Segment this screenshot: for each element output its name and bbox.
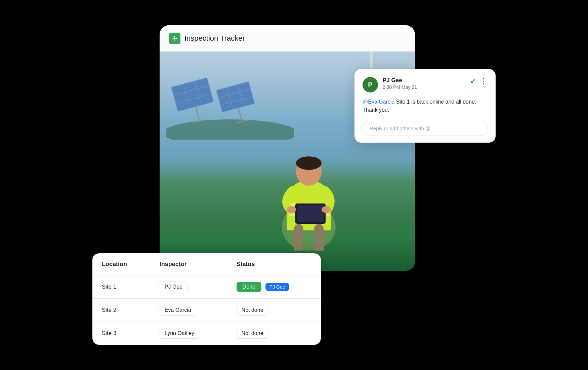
cell-inspector: Eva Garcia bbox=[150, 299, 227, 322]
cell-status: Not done bbox=[227, 299, 321, 322]
worker bbox=[255, 109, 363, 251]
table-row: Site 1 PJ Gee Done PJ Gee bbox=[92, 275, 321, 299]
col-inspector: Inspector bbox=[150, 253, 227, 275]
photo-card: Inspection Tracker bbox=[160, 25, 415, 271]
scene: Inspection Tracker bbox=[92, 25, 496, 345]
avatar-initial: P bbox=[368, 81, 372, 89]
mention: @Eva Garcia bbox=[363, 99, 394, 105]
chat-card: P PJ Gee 2:30 PM May 21 ✓ ⋮ @Eva Garcia … bbox=[354, 69, 496, 143]
svg-rect-10 bbox=[216, 81, 255, 112]
svg-rect-3 bbox=[171, 78, 214, 112]
chat-header: P PJ Gee 2:30 PM May 21 ✓ ⋮ bbox=[363, 77, 488, 92]
sheets-icon bbox=[169, 33, 180, 44]
more-icon[interactable]: ⋮ bbox=[480, 77, 488, 86]
pj-gee-badge: PJ Gee bbox=[265, 283, 289, 291]
cell-status: Done PJ Gee bbox=[227, 275, 321, 299]
cell-location: Site 1 bbox=[92, 275, 150, 299]
table-card: Location Inspector Status Site 1 PJ Gee … bbox=[92, 253, 321, 345]
svg-point-30 bbox=[322, 206, 331, 213]
chat-timestamp: 2:30 PM May 21 bbox=[383, 84, 465, 90]
svg-rect-1 bbox=[174, 36, 175, 40]
sender-avatar: P bbox=[363, 77, 378, 92]
cell-inspector: Lynn Oakley bbox=[150, 322, 227, 345]
inspector-chip: Eva Garcia bbox=[160, 305, 196, 316]
sender-name: PJ Gee bbox=[383, 77, 465, 84]
check-icon[interactable]: ✓ bbox=[470, 77, 476, 85]
cell-status: Not done bbox=[227, 322, 321, 345]
svg-point-26 bbox=[296, 156, 322, 170]
chat-actions: ✓ ⋮ bbox=[470, 77, 488, 86]
table-header-row: Location Inspector Status bbox=[92, 253, 321, 275]
status-not-done-badge: Not done bbox=[237, 305, 268, 316]
app-header: Inspection Tracker bbox=[160, 25, 415, 51]
col-location: Location bbox=[92, 253, 150, 275]
status-not-done-badge: Not done bbox=[237, 328, 268, 339]
reply-input[interactable]: Reply or add others with @ bbox=[363, 121, 488, 136]
chat-message: @Eva Garcia Site 1 is back online and al… bbox=[363, 98, 488, 114]
cell-inspector: PJ Gee bbox=[150, 275, 227, 299]
table-row: Site 3 Lynn Oakley Not done bbox=[92, 322, 321, 345]
reply-placeholder: Reply or add others with @ bbox=[370, 125, 430, 131]
svg-line-15 bbox=[238, 108, 242, 122]
data-table: Location Inspector Status Site 1 PJ Gee … bbox=[92, 253, 321, 345]
svg-point-29 bbox=[287, 206, 296, 213]
chat-meta: PJ Gee 2:30 PM May 21 bbox=[383, 77, 465, 90]
status-done-badge: Done bbox=[237, 282, 261, 292]
cell-location: Site 2 bbox=[92, 299, 150, 322]
cell-location: Site 3 bbox=[92, 322, 150, 345]
svg-rect-28 bbox=[297, 205, 324, 222]
inspector-chip: Lynn Oakley bbox=[160, 328, 199, 339]
col-status: Status bbox=[227, 253, 321, 275]
inspector-chip: PJ Gee bbox=[160, 282, 187, 292]
svg-line-8 bbox=[196, 107, 200, 121]
photo-background bbox=[160, 25, 415, 271]
table-row: Site 2 Eva Garcia Not done bbox=[92, 299, 321, 322]
app-title: Inspection Tracker bbox=[184, 34, 245, 43]
